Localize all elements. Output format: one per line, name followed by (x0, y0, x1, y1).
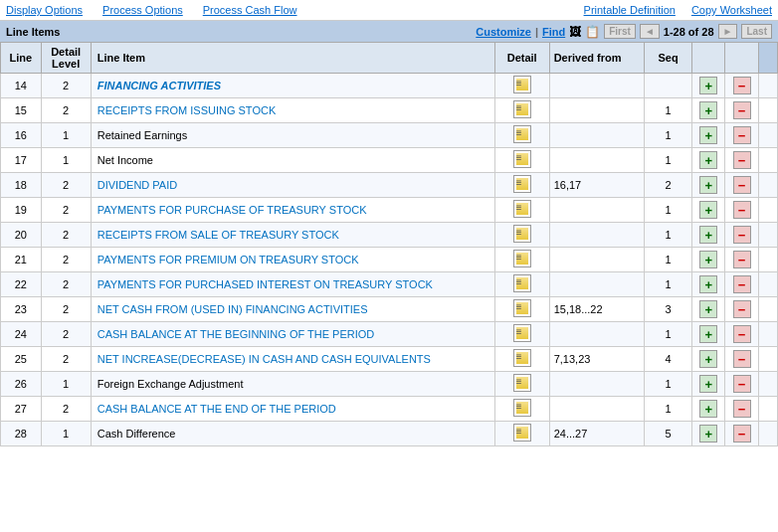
cell-add[interactable]: + (691, 148, 724, 173)
cell-detail-icon[interactable] (494, 74, 549, 98)
first-button[interactable]: First (604, 24, 636, 39)
last-button[interactable]: Last (741, 24, 772, 39)
add-button[interactable]: + (699, 325, 717, 343)
add-button[interactable]: + (699, 101, 717, 119)
add-button[interactable]: + (699, 375, 717, 393)
add-button[interactable]: + (699, 275, 717, 293)
cell-detail-icon[interactable] (494, 223, 549, 248)
remove-button[interactable]: − (733, 251, 751, 268)
cell-detail-icon[interactable] (494, 397, 549, 422)
detail-document-icon[interactable] (513, 324, 531, 342)
find-link[interactable]: Find (542, 26, 565, 38)
remove-button[interactable]: − (733, 400, 751, 418)
detail-document-icon[interactable] (513, 125, 531, 143)
detail-document-icon[interactable] (513, 76, 531, 93)
cell-detail-icon[interactable] (494, 98, 549, 123)
detail-document-icon[interactable] (513, 175, 531, 193)
add-button[interactable]: + (699, 226, 717, 244)
add-button[interactable]: + (699, 151, 717, 169)
cell-add[interactable]: + (691, 173, 724, 198)
remove-button[interactable]: − (733, 151, 751, 169)
add-button[interactable]: + (699, 400, 717, 418)
detail-document-icon[interactable] (513, 374, 531, 392)
detail-document-icon[interactable] (513, 399, 531, 417)
prev-button[interactable]: ◄ (640, 24, 660, 39)
remove-button[interactable]: − (733, 201, 751, 219)
customize-link[interactable]: Customize (476, 26, 531, 38)
cell-remove[interactable]: − (725, 397, 758, 422)
cell-remove[interactable]: − (725, 297, 758, 322)
add-button[interactable]: + (699, 126, 717, 144)
add-button[interactable]: + (699, 176, 717, 194)
cell-remove[interactable]: − (725, 347, 758, 372)
cell-remove[interactable]: − (725, 248, 758, 272)
remove-button[interactable]: − (733, 325, 751, 343)
cell-add[interactable]: + (691, 322, 724, 347)
add-button[interactable]: + (699, 201, 717, 219)
add-button[interactable]: + (699, 77, 717, 94)
cell-add[interactable]: + (691, 372, 724, 397)
cell-add[interactable]: + (691, 248, 724, 272)
cell-add[interactable]: + (691, 98, 724, 123)
remove-button[interactable]: − (733, 350, 751, 368)
detail-document-icon[interactable] (513, 225, 531, 243)
cell-add[interactable]: + (691, 123, 724, 148)
cell-remove[interactable]: − (725, 198, 758, 223)
cell-detail-icon[interactable] (494, 322, 549, 347)
cell-remove[interactable]: − (725, 272, 758, 297)
remove-button[interactable]: − (733, 176, 751, 194)
cell-detail-icon[interactable] (494, 422, 549, 446)
copy-worksheet-link[interactable]: Copy Worksheet (691, 4, 772, 16)
cell-remove[interactable]: − (725, 422, 758, 446)
cell-remove[interactable]: − (725, 98, 758, 123)
cell-remove[interactable]: − (725, 173, 758, 198)
remove-button[interactable]: − (733, 226, 751, 244)
cell-add[interactable]: + (691, 397, 724, 422)
cell-detail-icon[interactable] (494, 297, 549, 322)
cell-remove[interactable]: − (725, 123, 758, 148)
add-button[interactable]: + (699, 425, 717, 443)
remove-button[interactable]: − (733, 375, 751, 393)
next-button[interactable]: ► (718, 24, 738, 39)
display-options-link[interactable]: Display Options (6, 4, 83, 16)
process-options-link[interactable]: Process Options (102, 4, 183, 16)
detail-document-icon[interactable] (513, 274, 531, 292)
cell-add[interactable]: + (691, 347, 724, 372)
remove-button[interactable]: − (733, 126, 751, 144)
cell-remove[interactable]: − (725, 223, 758, 248)
detail-document-icon[interactable] (513, 299, 531, 317)
cell-remove[interactable]: − (725, 74, 758, 98)
detail-document-icon[interactable] (513, 150, 531, 168)
cell-detail-icon[interactable] (494, 198, 549, 223)
add-button[interactable]: + (699, 300, 717, 318)
remove-button[interactable]: − (733, 101, 751, 119)
remove-button[interactable]: − (733, 300, 751, 318)
cell-detail-icon[interactable] (494, 173, 549, 198)
detail-document-icon[interactable] (513, 250, 531, 267)
detail-document-icon[interactable] (513, 100, 531, 118)
remove-button[interactable]: − (733, 425, 751, 443)
cell-remove[interactable]: − (725, 148, 758, 173)
detail-document-icon[interactable] (513, 424, 531, 442)
remove-button[interactable]: − (733, 77, 751, 94)
printable-definition-link[interactable]: Printable Definition (584, 4, 676, 16)
cell-add[interactable]: + (691, 422, 724, 446)
cell-detail-icon[interactable] (494, 123, 549, 148)
cell-remove[interactable]: − (725, 372, 758, 397)
cell-remove[interactable]: − (725, 322, 758, 347)
add-button[interactable]: + (699, 350, 717, 368)
remove-button[interactable]: − (733, 275, 751, 293)
process-cash-flow-link[interactable]: Process Cash Flow (203, 4, 297, 16)
cell-add[interactable]: + (691, 297, 724, 322)
add-button[interactable]: + (699, 251, 717, 268)
cell-detail-icon[interactable] (494, 372, 549, 397)
cell-detail-icon[interactable] (494, 248, 549, 272)
cell-add[interactable]: + (691, 198, 724, 223)
cell-detail-icon[interactable] (494, 347, 549, 372)
detail-document-icon[interactable] (513, 200, 531, 218)
detail-document-icon[interactable] (513, 349, 531, 367)
cell-add[interactable]: + (691, 272, 724, 297)
cell-add[interactable]: + (691, 223, 724, 248)
cell-detail-icon[interactable] (494, 148, 549, 173)
cell-add[interactable]: + (691, 74, 724, 98)
